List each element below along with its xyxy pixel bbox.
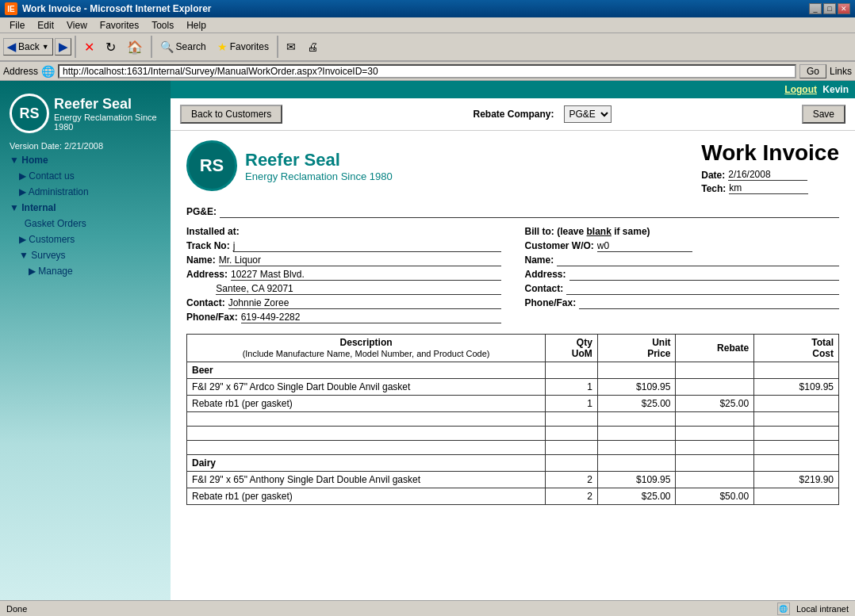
contact-input-billto[interactable] <box>566 283 839 295</box>
table-cell <box>754 455 839 472</box>
pgande-label: PG&E: <box>186 206 217 217</box>
search-button[interactable]: 🔍 Search <box>155 39 211 55</box>
stop-icon: ✕ <box>84 40 94 55</box>
invoice: RS Reefer Seal Energy Reclamation Since … <box>171 131 855 515</box>
mail-button[interactable]: ✉ <box>282 39 301 55</box>
minimize-button[interactable]: _ <box>809 3 822 14</box>
installed-at-header: Installed at: <box>186 226 501 237</box>
home-button[interactable]: 🏠 <box>122 38 148 56</box>
table-cell-qty: 1 <box>546 396 598 412</box>
phone-row-installed: Phone/Fax: 619-449-2282 <box>186 312 501 323</box>
sidebar-logo: RS Reefer Seal Energy Reclamation Since … <box>0 87 171 140</box>
menu-file[interactable]: File <box>3 18 31 33</box>
table-cell <box>546 441 598 455</box>
sidebar-item-customers[interactable]: ▶ Customers <box>0 231 171 247</box>
table-cell <box>676 362 754 379</box>
refresh-button[interactable]: ↻ <box>101 38 121 56</box>
favorites-label: Favorites <box>230 41 269 52</box>
close-button[interactable]: ✕ <box>838 3 850 14</box>
sidebar-item-surveys[interactable]: ▼ Surveys <box>0 247 171 263</box>
col-header-qty: QtyUoM <box>546 335 598 362</box>
logout-link[interactable]: Logout <box>784 84 817 95</box>
tech-input[interactable] <box>729 182 808 194</box>
links-button[interactable]: Links <box>830 66 852 77</box>
back-dropdown-icon[interactable]: ▼ <box>42 43 49 51</box>
invoice-company-name: Reefer Seal <box>245 150 393 170</box>
home-icon: 🏠 <box>127 40 143 55</box>
invoice-table: Description(Include Manufacture Name, Mo… <box>186 334 839 505</box>
col-header-total-cost: TotalCost <box>754 335 839 362</box>
date-input[interactable] <box>728 169 807 181</box>
table-cell <box>597 362 676 379</box>
table-row <box>187 427 839 441</box>
table-cell-total: $219.90 <box>754 472 839 488</box>
restore-button[interactable]: □ <box>823 3 836 14</box>
zone-icon: 🌐 <box>777 603 790 615</box>
sidebar-logo-icon: RS <box>10 94 49 133</box>
pgande-row: PG&E: <box>186 205 839 218</box>
title-bar: IE Work Invoice - Microsoft Internet Exp… <box>0 0 855 17</box>
invoice-meta: Date: Tech: <box>701 169 839 194</box>
sidebar-logo-text: Reefer Seal Energy Reclamation Since 198… <box>54 96 161 132</box>
sidebar-item-internal[interactable]: ▼ Internal <box>0 200 171 216</box>
table-cell-qty: 1 <box>546 379 598 396</box>
address-input[interactable] <box>58 64 796 78</box>
table-cell-unit: $109.95 <box>597 379 676 396</box>
sidebar-item-gasket-orders[interactable]: Gasket Orders <box>0 216 171 231</box>
forward-button[interactable]: ▶ <box>55 38 71 55</box>
sidebar-brand-tagline: Energy Reclamation Since 1980 <box>54 113 161 132</box>
name-value-installed: Mr. Liquor <box>219 254 501 266</box>
logout-area: Logout Kevin <box>784 84 849 95</box>
back-button[interactable]: ◀ Back ▼ <box>3 38 53 55</box>
col-header-desc: Description(Include Manufacture Name, Mo… <box>187 335 546 362</box>
table-cell <box>754 412 839 427</box>
table-cell-desc: Rebate rb1 (per gasket) <box>187 488 546 505</box>
invoice-date-row: Date: <box>701 169 839 181</box>
sidebar-brand-name: Reefer Seal <box>54 96 161 113</box>
go-button[interactable]: Go <box>799 64 826 78</box>
table-cell <box>676 427 754 441</box>
print-button[interactable]: 🖨 <box>302 39 323 55</box>
sidebar-item-contact[interactable]: ▶ Contact us <box>0 168 171 184</box>
sidebar-item-administration[interactable]: ▶ Administration <box>0 184 171 200</box>
table-cell <box>597 412 676 427</box>
contact-value-installed: Johnnie Zoree <box>228 297 501 309</box>
menu-favorites[interactable]: Favorites <box>94 18 145 33</box>
back-to-customers-button[interactable]: Back to Customers <box>180 105 282 124</box>
table-cell <box>597 455 676 472</box>
menu-help[interactable]: Help <box>180 18 213 33</box>
col-header-rebate: Rebate <box>676 335 754 362</box>
sidebar-item-manage[interactable]: ▶ Manage <box>0 263 171 279</box>
name-row-billto: Name: <box>525 254 840 266</box>
table-row <box>187 412 839 427</box>
favorites-button[interactable]: ★ Favorites <box>213 39 274 55</box>
table-cell-desc: Rebate rb1 (per gasket) <box>187 396 546 412</box>
table-cell-rebate <box>676 472 754 488</box>
sidebar: RS Reefer Seal Energy Reclamation Since … <box>0 81 171 600</box>
invoice-title: Work Invoice <box>701 140 839 166</box>
table-cell-unit: $109.95 <box>597 472 676 488</box>
menu-edit[interactable]: Edit <box>31 18 60 33</box>
address-input-billto[interactable] <box>569 269 839 281</box>
name-input-billto[interactable] <box>557 254 839 266</box>
bill-to-col: Bill to: (leave blank if same) Customer … <box>525 226 840 326</box>
phone-label-billto: Phone/Fax: <box>525 297 577 308</box>
stop-button[interactable]: ✕ <box>79 38 99 56</box>
content-area: RS Reefer Seal Energy Reclamation Since … <box>0 81 855 600</box>
section-label-beer: Beer <box>187 362 546 379</box>
save-button[interactable]: Save <box>802 105 845 124</box>
sidebar-item-home[interactable]: ▼ Home <box>0 152 171 168</box>
address-section: Installed at: Track No: j Name: Mr. Liqu… <box>186 226 839 326</box>
customer-wo-input[interactable] <box>597 240 692 252</box>
table-row: F&I 29" x 65" Anthony Single Dart Double… <box>187 472 839 488</box>
rebate-company-select[interactable]: PG&E <box>564 105 612 123</box>
pgande-input[interactable] <box>220 205 839 218</box>
table-cell <box>546 427 598 441</box>
table-cell <box>597 441 676 455</box>
phone-input-billto[interactable] <box>579 297 839 309</box>
menu-view[interactable]: View <box>60 18 94 33</box>
contact-row-installed: Contact: Johnnie Zoree <box>186 297 501 309</box>
menu-tools[interactable]: Tools <box>145 18 180 33</box>
table-cell-unit: $25.00 <box>597 488 676 505</box>
search-icon: 🔍 <box>160 40 174 53</box>
